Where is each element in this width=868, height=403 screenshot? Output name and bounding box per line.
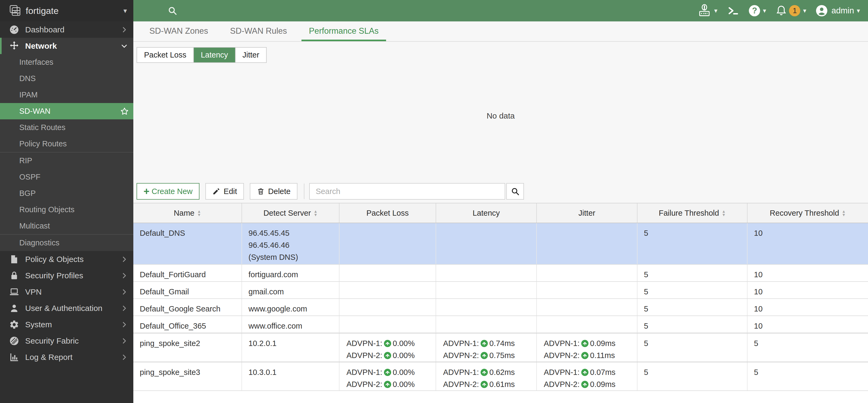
table-row-ping-spoke-site3[interactable]: ping_spoke_site310.3.0.1ADVPN-1:0.00%ADV… xyxy=(133,362,868,391)
chart-no-data-text: No data xyxy=(133,111,868,121)
sidebar-item-routing-objects[interactable]: Routing Objects xyxy=(0,201,133,218)
notifications-menu[interactable]: 1 ▾ xyxy=(775,5,806,17)
subtab-jitter[interactable]: Jitter xyxy=(236,47,267,62)
laptop-icon xyxy=(8,287,20,297)
member-value: 0.00% xyxy=(393,337,415,349)
subtab-latency[interactable]: Latency xyxy=(194,47,236,62)
column-header-detect-server[interactable]: Detect Server▲▼ xyxy=(242,203,340,223)
sidebar-item-system[interactable]: System xyxy=(0,316,133,333)
sidebar-item-ipam[interactable]: IPAM xyxy=(0,87,133,103)
chevron-right-icon xyxy=(121,354,128,361)
edit-button[interactable]: Edit xyxy=(205,183,244,200)
cell-failure-threshold: 5 xyxy=(638,282,747,298)
global-search-button[interactable] xyxy=(167,0,178,22)
sidebar-item-dns[interactable]: DNS xyxy=(0,70,133,87)
brand-caret-icon[interactable]: ▾ xyxy=(123,7,127,15)
status-up-icon xyxy=(581,340,588,347)
delete-button[interactable]: Delete xyxy=(250,183,298,200)
cell-detect-server: fortiguard.com xyxy=(242,265,340,281)
member-value: 0.09ms xyxy=(590,337,616,349)
sidebar-item-ospf[interactable]: OSPF xyxy=(0,169,133,185)
search-icon xyxy=(167,5,178,16)
search-submit-button[interactable] xyxy=(506,183,524,200)
column-header-jitter[interactable]: Jitter xyxy=(537,203,638,223)
device-status-menu[interactable]: ▾ xyxy=(698,4,717,18)
tab-sd-wan-zones[interactable]: SD-WAN Zones xyxy=(142,22,216,41)
member-value: 0.00% xyxy=(393,366,415,378)
sla-member-line: ADVPN-1:0.00% xyxy=(346,337,434,349)
cell-name: Default_FortiGuard xyxy=(133,265,242,281)
user-icon xyxy=(8,303,20,313)
column-header-latency[interactable]: Latency xyxy=(436,203,537,223)
table-row-default-google-search[interactable]: Default_Google Searchwww.google.com510 xyxy=(133,299,868,316)
tab-sd-wan-rules[interactable]: SD-WAN Rules xyxy=(222,22,294,41)
sidebar-item-static-routes[interactable]: Static Routes xyxy=(0,119,133,136)
cli-console-button[interactable] xyxy=(726,4,740,18)
cell-latency xyxy=(436,223,537,264)
favorite-star-icon[interactable] xyxy=(120,107,129,116)
detect-server-line: 96.45.46.46 xyxy=(248,239,337,251)
fortigate-logo-icon xyxy=(9,5,22,17)
subtab-packet-loss[interactable]: Packet Loss xyxy=(137,47,194,62)
table-header-row: Name▲▼Detect Server▲▼Packet LossLatencyJ… xyxy=(133,203,868,223)
member-label: ADVPN-2: xyxy=(346,378,382,391)
notifications-caret-icon: ▾ xyxy=(803,7,806,14)
sidebar-item-policy-routes[interactable]: Policy Routes xyxy=(0,136,133,152)
sidebar-item-dashboard[interactable]: Dashboard xyxy=(0,22,133,38)
sidebar-item-label: System xyxy=(25,320,52,329)
cell-latency: ADVPN-1:0.74msADVPN-2:0.75ms xyxy=(436,333,537,362)
sidebar-item-diagnostics[interactable]: Diagnostics xyxy=(0,235,133,251)
admin-label: admin xyxy=(832,6,854,15)
sla-member-line: ADVPN-2:0.00% xyxy=(346,378,434,391)
cell-detect-server: 10.2.0.1 xyxy=(242,333,340,362)
column-header-recovery-threshold[interactable]: Recovery Threshold▲▼ xyxy=(747,203,868,223)
metric-subtabs: Packet LossLatencyJitter xyxy=(136,47,267,63)
sla-member-line: ADVPN-1:0.07ms xyxy=(544,366,636,378)
cell-recovery-threshold: 10 xyxy=(747,223,868,264)
sidebar-item-policy-objects[interactable]: Policy & Objects xyxy=(0,251,133,267)
cell-recovery-threshold: 5 xyxy=(747,362,868,391)
create-new-button[interactable]: + Create New xyxy=(136,183,199,200)
sidebar-item-label: Static Routes xyxy=(19,123,65,132)
sla-member-line: ADVPN-2:0.09ms xyxy=(544,378,636,391)
sidebar-item-user-authentication[interactable]: User & Authentication xyxy=(0,300,133,316)
sidebar-item-security-profiles[interactable]: Security Profiles xyxy=(0,267,133,284)
menu-toggle-button[interactable] xyxy=(133,0,154,22)
column-header-failure-threshold[interactable]: Failure Threshold▲▼ xyxy=(638,203,747,223)
sla-member-line: ADVPN-2:0.75ms xyxy=(443,349,535,362)
table-row-default-office-365[interactable]: Default_Office_365www.office.com510 xyxy=(133,316,868,333)
table-row-default-fortiguard[interactable]: Default_FortiGuardfortiguard.com510 xyxy=(133,265,868,282)
member-value: 0.00% xyxy=(393,349,415,362)
table-row-default-dns[interactable]: Default_DNS96.45.45.4596.45.46.46(System… xyxy=(133,223,868,265)
sla-member-line: ADVPN-1:0.00% xyxy=(346,366,434,378)
member-label: ADVPN-1: xyxy=(346,366,382,378)
sidebar-item-vpn[interactable]: VPN xyxy=(0,284,133,300)
chevron-right-icon xyxy=(121,272,128,279)
pencil-icon xyxy=(212,187,220,195)
top-bar: fortigate ▾ ▾ xyxy=(0,0,868,22)
sidebar-item-security-fabric[interactable]: Security Fabric xyxy=(0,333,133,349)
tab-performance-slas[interactable]: Performance SLAs xyxy=(302,22,386,41)
table-row-default-gmail[interactable]: Default_Gmailgmail.com510 xyxy=(133,282,868,299)
sidebar-item-multicast[interactable]: Multicast xyxy=(0,218,133,234)
topbar-right: ▾ ? ▾ 1 ▾ xyxy=(688,4,868,18)
sidebar-item-log-report[interactable]: Log & Report xyxy=(0,349,133,365)
sidebar-item-rip[interactable]: RIP xyxy=(0,153,133,169)
sidebar-item-interfaces[interactable]: Interfaces xyxy=(0,54,133,70)
help-menu[interactable]: ? ▾ xyxy=(749,5,766,16)
cell-packet_loss: ADVPN-1:0.00%ADVPN-2:0.00% xyxy=(340,362,436,391)
column-header-name[interactable]: Name▲▼ xyxy=(133,203,242,223)
sidebar-item-label: User & Authentication xyxy=(25,304,102,313)
sidebar-item-bgp[interactable]: BGP xyxy=(0,185,133,201)
brand[interactable]: fortigate ▾ xyxy=(0,0,133,22)
sidebar-item-sd-wan[interactable]: SD-WAN xyxy=(0,103,133,119)
column-header-packet-loss[interactable]: Packet Loss xyxy=(340,203,436,223)
chart-icon xyxy=(8,352,20,362)
sidebar-item-network[interactable]: Network xyxy=(0,38,133,54)
member-value: 0.07ms xyxy=(590,366,616,378)
admin-caret-icon: ▾ xyxy=(857,7,860,14)
search-input[interactable] xyxy=(309,183,505,200)
table-row-ping-spoke-site2[interactable]: ping_spoke_site210.2.0.1ADVPN-1:0.00%ADV… xyxy=(133,333,868,362)
cell-recovery-threshold: 5 xyxy=(747,333,868,362)
admin-menu[interactable]: admin ▾ xyxy=(815,5,860,17)
